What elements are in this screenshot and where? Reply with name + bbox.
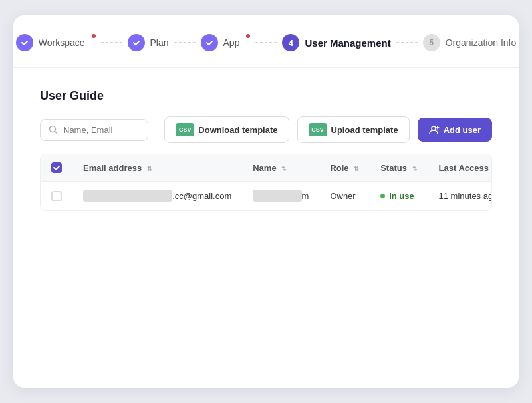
status-dot <box>380 194 385 198</box>
add-user-button[interactable]: Add user <box>418 118 492 142</box>
row-name-suffix: m <box>302 191 309 201</box>
step-label-user-management: User Management <box>305 37 390 49</box>
connector-2 <box>174 42 196 43</box>
th-status[interactable]: Status ⇅ <box>370 154 428 182</box>
main-content: User Guide CSV Download template CSV <box>13 68 519 232</box>
row-select-cell[interactable] <box>41 182 72 211</box>
th-email-label: Email address <box>83 163 142 173</box>
th-email[interactable]: Email address ⇅ <box>72 154 242 182</box>
upload-template-button[interactable]: CSV Upload template <box>297 116 410 143</box>
search-input[interactable] <box>63 125 140 135</box>
download-template-label: Download template <box>198 125 277 135</box>
add-user-label: Add user <box>444 125 481 135</box>
step-app[interactable]: App <box>201 34 251 51</box>
row-email-cell: .cc@gmail.com <box>72 182 242 211</box>
row-last-access-cell: 11 minutes ago <box>428 182 492 211</box>
row-role-value: Owner <box>330 191 355 201</box>
step-dot-workspace <box>92 34 96 38</box>
step-label-plan: Plan <box>150 37 169 48</box>
row-name-cell: m <box>242 182 319 211</box>
th-role-label: Role <box>330 163 348 173</box>
step-user-management[interactable]: 4 User Management <box>282 34 390 51</box>
svg-point-1 <box>432 126 436 130</box>
step-plan[interactable]: Plan <box>128 34 169 51</box>
section-title: User Guide <box>40 89 492 103</box>
toolbar: CSV Download template CSV Upload templat… <box>40 116 492 143</box>
th-name[interactable]: Name ⇅ <box>242 154 319 182</box>
connector-1 <box>101 42 122 43</box>
row-email-blurred <box>83 190 172 202</box>
select-all-checkbox[interactable] <box>51 162 62 173</box>
connector-4 <box>396 42 418 43</box>
search-icon <box>49 125 58 134</box>
th-status-label: Status <box>380 163 407 173</box>
step-icon-user-management: 4 <box>282 34 299 51</box>
add-user-icon <box>429 124 440 135</box>
step-icon-org-info: 5 <box>423 34 440 51</box>
step-label-org-info: Organization Info <box>446 37 517 48</box>
search-box[interactable] <box>40 119 148 141</box>
row-email-suffix: .cc@gmail.com <box>172 191 231 201</box>
step-dot-app <box>246 34 250 38</box>
step-icon-app <box>201 34 218 51</box>
step-label-workspace: Workspace <box>39 37 85 48</box>
table-row: .cc@gmail.com m Owner In use <box>41 182 492 211</box>
sort-icon-role: ⇅ <box>354 166 359 172</box>
download-csv-icon: CSV <box>176 123 194 136</box>
step-organization-info[interactable]: 5 Organization Info <box>423 34 517 51</box>
th-last-access: Last Access Time <box>428 154 492 182</box>
th-last-access-label: Last Access Time <box>439 163 492 173</box>
status-label: In use <box>389 191 414 201</box>
th-name-label: Name <box>253 163 276 173</box>
sort-icon-name: ⇅ <box>281 166 287 172</box>
select-all-header[interactable] <box>41 154 72 182</box>
row-last-access-value: 11 minutes ago <box>439 191 492 201</box>
row-status-cell: In use <box>370 182 428 211</box>
sort-icon-status: ⇅ <box>412 166 418 172</box>
connector-3 <box>255 42 277 43</box>
upload-template-label: Upload template <box>331 125 398 135</box>
row-name-blurred <box>253 190 301 202</box>
main-card: Workspace Plan App <box>13 15 519 388</box>
row-checkbox[interactable] <box>51 191 62 202</box>
table-header-row: Email address ⇅ Name ⇅ Role ⇅ Status <box>41 154 492 182</box>
upload-csv-icon: CSV <box>309 123 327 136</box>
users-table: Email address ⇅ Name ⇅ Role ⇅ Status <box>40 154 492 211</box>
row-role-cell: Owner <box>319 182 370 211</box>
sort-icon-email: ⇅ <box>147 166 152 172</box>
th-role[interactable]: Role ⇅ <box>319 154 370 182</box>
download-template-button[interactable]: CSV Download template <box>164 116 289 143</box>
status-badge: In use <box>380 191 417 201</box>
stepper: Workspace Plan App <box>13 15 519 68</box>
step-icon-plan <box>128 34 145 51</box>
step-icon-workspace <box>16 34 33 51</box>
step-label-app: App <box>223 37 240 48</box>
step-workspace[interactable]: Workspace <box>16 34 96 51</box>
